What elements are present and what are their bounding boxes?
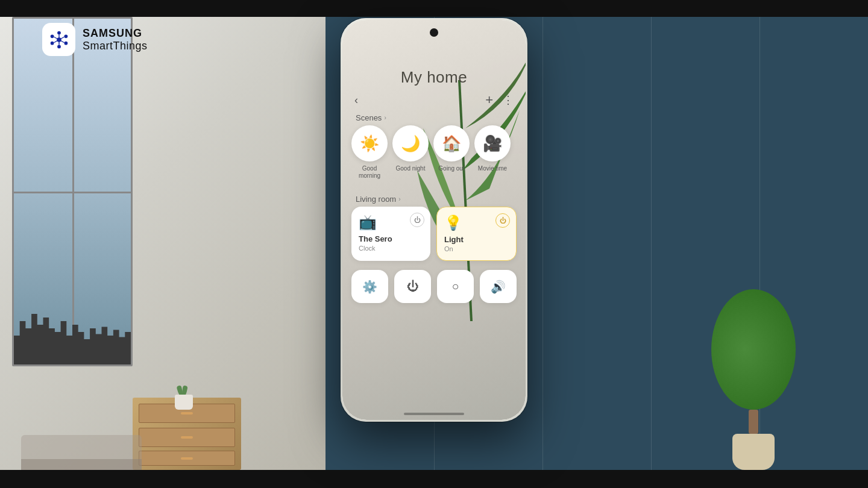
scenes-label: Scenes [356,113,382,122]
scene-icon-movie: 🎥 [474,125,511,161]
black-bar-bottom [0,470,868,488]
tree-decoration [711,289,796,470]
scene-icon-morning: ☀️ [351,125,388,161]
device-cards-bottom-row: ⚙️ ⏻ ○ 🔊 [351,270,517,303]
living-room-label: Living room [356,195,396,204]
room-background-left [0,0,338,488]
scene-label-morning: Goodmorning [359,165,380,180]
svg-point-1 [57,31,61,34]
sero-power-button[interactable]: ⏻ [410,213,424,227]
add-button[interactable]: + [485,92,493,108]
smartthings-product: SmartThings [83,40,148,52]
svg-point-3 [64,41,68,45]
scene-label-going-out: Going out [438,165,464,172]
device-card-bottom-2[interactable]: ⏻ [394,270,431,303]
light-status: On [444,245,509,252]
window-decoration [12,17,133,366]
light-power-button[interactable]: ⏻ [495,213,510,228]
scene-icon-going-out: 🏠 [433,125,470,161]
svg-point-2 [64,34,68,38]
samsung-smartthings-logo: SAMSUNG SmartThings [42,23,148,56]
more-button[interactable]: ⋮ [503,93,514,107]
logo-text: SAMSUNG SmartThings [83,27,148,52]
living-room-chevron: › [398,196,400,202]
device-card-sero[interactable]: ⏻ 📺 The Sero Clock [351,207,430,261]
svg-point-4 [57,45,61,48]
sero-name: The Sero [359,234,423,243]
device-card-bottom-4[interactable]: 🔊 [480,270,517,303]
scenes-row: ☀️ Goodmorning 🌙 Good night 🏠 Going out … [351,125,517,180]
device-card-bottom-1[interactable]: ⚙️ [351,270,388,303]
samsung-brand: SAMSUNG [83,27,148,40]
device-card-light[interactable]: ⏻ 💡 Light On [436,207,517,261]
scene-good-morning[interactable]: ☀️ Goodmorning [351,125,388,180]
home-indicator [404,413,464,415]
device-cards-row: ⏻ 📺 The Sero Clock ⏻ 💡 Light On [351,207,517,261]
scenes-chevron: › [384,114,386,121]
sero-status: Clock [359,245,423,252]
bottom-device-icon-4: 🔊 [491,280,506,294]
device-card-bottom-3[interactable]: ○ [437,270,474,303]
scenes-header[interactable]: Scenes › [356,113,386,122]
scene-label-night: Good night [396,165,426,172]
screen-title: My home [342,68,526,87]
phone-screen: My home ‹ + ⋮ Scenes › ☀️ Goodmorning [342,20,526,420]
phone-mockup: My home ‹ + ⋮ Scenes › ☀️ Goodmorning [341,18,527,422]
scene-icon-night: 🌙 [392,125,429,161]
smartthings-icon [42,23,75,56]
svg-point-6 [50,34,54,38]
back-button[interactable]: ‹ [354,94,358,107]
small-plant-decoration [175,395,193,410]
svg-point-5 [50,41,54,45]
camera-notch [430,28,438,37]
scene-label-movie: Movie time [478,165,507,172]
bottom-device-icon-3: ○ [451,280,459,293]
bed-base [21,459,142,471]
light-name: Light [444,235,509,244]
bottom-device-icon-2: ⏻ [407,280,419,293]
black-bar-top [0,0,868,17]
scene-movie-time[interactable]: 🎥 Movie time [474,125,511,180]
navigation-row: ‹ + ⋮ [354,92,514,108]
scene-going-out[interactable]: 🏠 Going out [433,125,470,180]
bottom-device-icon-1: ⚙️ [362,280,377,294]
scene-good-night[interactable]: 🌙 Good night [392,125,429,180]
living-room-header[interactable]: Living room › [356,195,401,204]
